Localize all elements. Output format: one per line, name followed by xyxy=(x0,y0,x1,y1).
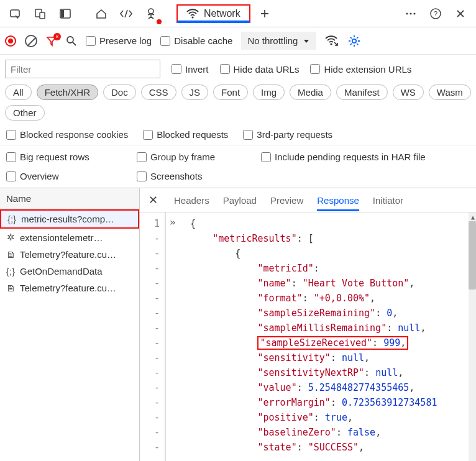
scroll-up-icon[interactable]: ▲ xyxy=(471,214,475,221)
request-row[interactable]: 🗎Telemetry?feature.cu… xyxy=(0,280,139,296)
response-body: 1--------------- » { "metricResults": [ … xyxy=(140,212,476,461)
disable-cache-checkbox[interactable]: Disable cache xyxy=(160,35,232,46)
filter-pill-css[interactable]: CSS xyxy=(141,84,176,100)
settings-icon[interactable] xyxy=(347,34,361,48)
expand-arrows-icon[interactable]: » xyxy=(170,216,176,228)
hide-extension-urls-checkbox[interactable]: Hide extension URLs xyxy=(310,64,411,75)
view-options-row: Big request rowsOverview Group by frameS… xyxy=(0,147,476,188)
file-icon: 🗎 xyxy=(5,249,16,260)
filter-pill-font[interactable]: Font xyxy=(213,84,248,100)
svg-rect-0 xyxy=(11,10,19,17)
invert-checkbox[interactable]: Invert xyxy=(172,64,209,75)
filter-pill-js[interactable]: JS xyxy=(181,84,209,100)
filter-bar: Invert Hide data URLs Hide extension URL… xyxy=(0,55,476,83)
type-filter-row: AllFetch/XHRDocCSSJSFontImgMediaManifest… xyxy=(0,83,476,126)
svg-rect-2 xyxy=(40,12,45,19)
new-tab-icon[interactable] xyxy=(254,3,275,24)
request-list-header: Name xyxy=(0,188,139,209)
svg-point-14 xyxy=(352,39,356,42)
overview-checkbox[interactable]: Overview xyxy=(6,171,137,181)
screenshots-checkbox[interactable]: Screenshots xyxy=(137,171,261,181)
network-conditions-icon[interactable] xyxy=(325,35,339,47)
preserve-log-checkbox[interactable]: Preserve log xyxy=(86,35,152,46)
filter-pill-other[interactable]: Other xyxy=(5,105,45,121)
group-frame-checkbox[interactable]: Group by frame xyxy=(137,152,261,162)
help-icon[interactable]: ? xyxy=(425,3,446,24)
request-row[interactable]: ✲extensiontelemetr… xyxy=(0,229,139,246)
filter-pill-wasm[interactable]: Wasm xyxy=(429,84,471,100)
request-label: metric-results?comp… xyxy=(21,214,114,224)
network-toolbar: × Preserve log Disable cache No throttli… xyxy=(0,27,476,55)
scrollbar-track[interactable]: ▲ xyxy=(469,212,476,461)
detail-tab-response[interactable]: Response xyxy=(317,195,359,211)
scrollbar-thumb[interactable] xyxy=(469,221,476,290)
svg-point-9 xyxy=(413,12,415,14)
filter-pill-manifest[interactable]: Manifest xyxy=(336,84,388,100)
request-label: extensiontelemetr… xyxy=(20,232,103,243)
include-har-checkbox[interactable]: Include pending requests in HAR file xyxy=(261,152,470,162)
inspect-icon[interactable] xyxy=(5,3,26,24)
svg-rect-4 xyxy=(61,10,64,17)
request-detail: ✕ HeadersPayloadPreviewResponseInitiator… xyxy=(140,188,476,461)
secondary-filter-row: Blocked response cookies Blocked request… xyxy=(0,126,476,144)
request-label: Telemetry?feature.cu… xyxy=(20,283,116,293)
svg-point-7 xyxy=(406,12,408,14)
device-toggle-icon[interactable] xyxy=(30,3,51,24)
detail-tab-preview[interactable]: Preview xyxy=(270,195,303,209)
request-label: Telemetry?feature.cu… xyxy=(20,249,116,260)
svg-point-5 xyxy=(149,9,153,14)
request-label: GetOnDemandData xyxy=(20,266,103,276)
close-devtools-icon[interactable] xyxy=(450,3,471,24)
filter-input[interactable] xyxy=(5,60,160,78)
request-list: Name {;}metric-results?comp…✲extensionte… xyxy=(0,188,140,461)
gear-icon: ✲ xyxy=(5,232,16,243)
file-icon: 🗎 xyxy=(5,283,16,293)
blocked-requests-checkbox[interactable]: Blocked requests xyxy=(143,129,228,140)
big-rows-checkbox[interactable]: Big request rows xyxy=(6,152,137,162)
record-button[interactable] xyxy=(5,35,16,47)
close-detail-icon[interactable]: ✕ xyxy=(149,193,158,207)
svg-text:?: ? xyxy=(434,10,437,17)
search-icon[interactable] xyxy=(66,35,77,47)
svg-point-6 xyxy=(191,16,193,18)
devtools-top-bar: Network ? xyxy=(0,0,476,27)
request-row[interactable]: {;}metric-results?comp… xyxy=(0,209,139,229)
dock-side-icon[interactable] xyxy=(55,3,76,24)
tab-network[interactable]: Network xyxy=(176,4,250,23)
sources-tab-icon[interactable] xyxy=(140,3,162,24)
more-icon[interactable] xyxy=(400,3,421,24)
filter-toggle-icon[interactable]: × xyxy=(46,35,57,47)
blocked-cookies-checkbox[interactable]: Blocked response cookies xyxy=(6,129,128,140)
detail-tab-initiator[interactable]: Initiator xyxy=(373,195,403,209)
elements-tab-icon[interactable] xyxy=(116,3,137,24)
svg-point-8 xyxy=(410,12,411,14)
filter-pill-ws[interactable]: WS xyxy=(393,84,424,100)
json-code[interactable]: { "metricResults": [ { "metricId": "name… xyxy=(165,212,476,461)
line-gutter: 1--------------- xyxy=(140,212,165,461)
svg-point-13 xyxy=(331,43,332,45)
throttling-select[interactable]: No throttling xyxy=(241,32,316,50)
welcome-tab-icon[interactable] xyxy=(91,3,112,24)
third-party-checkbox[interactable]: 3rd-party requests xyxy=(243,129,332,140)
request-row[interactable]: {;}GetOnDemandData xyxy=(0,263,139,280)
request-row[interactable]: 🗎Telemetry?feature.cu… xyxy=(0,246,139,263)
filter-pill-img[interactable]: Img xyxy=(253,84,285,100)
json-icon: {;} xyxy=(5,266,16,276)
network-main: Name {;}metric-results?comp…✲extensionte… xyxy=(0,188,476,461)
wifi-icon xyxy=(186,9,199,19)
hide-data-urls-checkbox[interactable]: Hide data URLs xyxy=(220,64,300,75)
detail-tab-headers[interactable]: Headers xyxy=(174,195,209,209)
filter-pill-doc[interactable]: Doc xyxy=(103,84,136,100)
filter-pill-fetchxhr[interactable]: Fetch/XHR xyxy=(37,84,98,100)
clear-button[interactable] xyxy=(25,35,37,47)
svg-point-12 xyxy=(67,37,73,43)
detail-tab-payload[interactable]: Payload xyxy=(223,195,257,209)
json-icon: {;} xyxy=(6,214,17,224)
detail-tabs: ✕ HeadersPayloadPreviewResponseInitiator xyxy=(140,188,476,212)
filter-pill-all[interactable]: All xyxy=(5,84,32,100)
filter-pill-media[interactable]: Media xyxy=(290,84,331,100)
tab-network-label: Network xyxy=(204,8,240,19)
